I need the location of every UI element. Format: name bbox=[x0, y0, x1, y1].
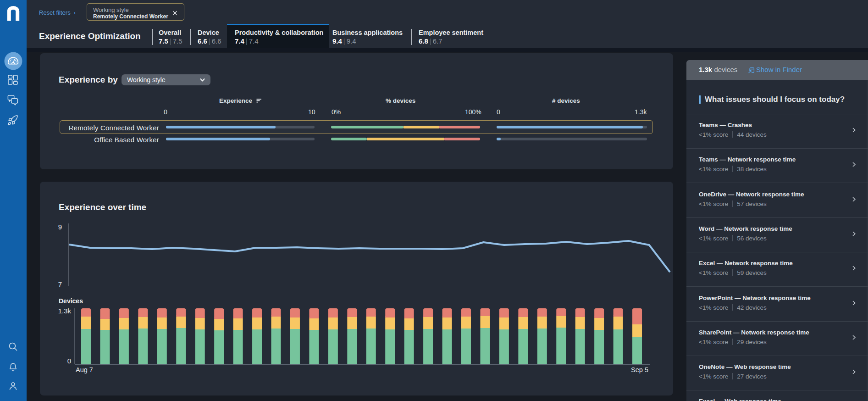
svg-text:1.3k: 1.3k bbox=[58, 307, 72, 315]
svg-text:0: 0 bbox=[67, 357, 71, 365]
svg-text:Devices: Devices bbox=[59, 297, 83, 305]
svg-text:9: 9 bbox=[58, 223, 62, 231]
svg-text:Sep 5: Sep 5 bbox=[631, 366, 648, 373]
svg-text:7: 7 bbox=[58, 280, 62, 288]
svg-text:Aug 7: Aug 7 bbox=[76, 366, 93, 373]
